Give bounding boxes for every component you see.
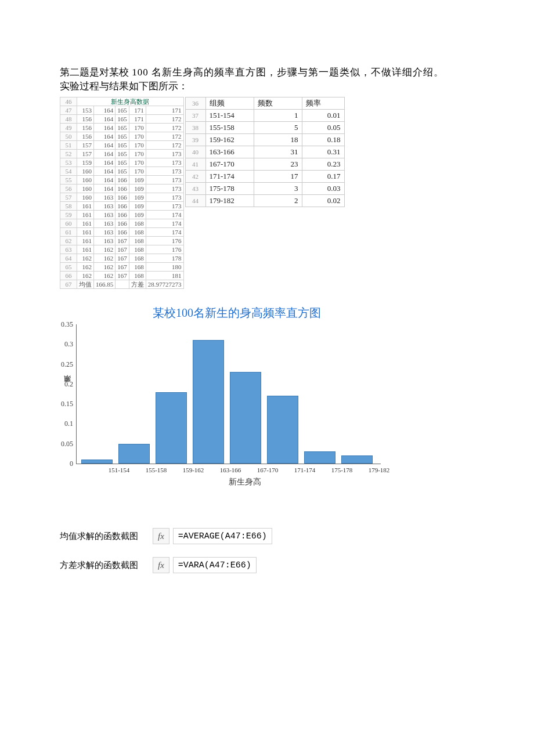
mean-value-cell: 166.85 (94, 280, 116, 289)
data-cell: 161 (77, 202, 94, 211)
rownum: 42 (185, 171, 205, 183)
freq-cell: 频率 (302, 97, 344, 110)
count-cell: 频数 (254, 97, 302, 110)
data-cell: 164 (94, 115, 116, 124)
freq-cell: 0.01 (302, 110, 344, 122)
count-cell: 31 (254, 146, 302, 158)
data-cell: 167 (116, 245, 129, 254)
intro-line2: 实验过程与结果如下图所示： (60, 81, 188, 92)
data-cell: 165 (116, 132, 129, 141)
count-cell: 18 (254, 134, 302, 146)
data-cell: 173 (146, 185, 183, 193)
data-cell: 166 (116, 176, 129, 185)
x-category: 171-174 (286, 464, 323, 473)
freq-cell: 0.23 (302, 158, 344, 171)
bar (118, 444, 150, 464)
data-cell: 163 (94, 219, 116, 228)
data-cell: 169 (129, 202, 146, 211)
data-cell: 171 (129, 115, 146, 124)
rownum: 59 (60, 211, 77, 219)
data-cell: 163 (94, 211, 116, 219)
data-cell: 173 (146, 193, 183, 202)
bin-cell: 组频 (205, 97, 254, 110)
sheets-row: 46新生身高数据47153164165171171481561641651711… (60, 97, 534, 289)
sheet1-header: 新生身高数据 (77, 97, 184, 106)
data-cell: 164 (94, 141, 116, 150)
freq-cell: 0.18 (302, 134, 344, 146)
rownum: 40 (185, 146, 205, 158)
x-category: 175-178 (323, 464, 360, 473)
x-category: 151-154 (100, 464, 138, 473)
data-cell: 156 (77, 132, 94, 141)
rownum: 49 (60, 124, 77, 132)
rownum: 48 (60, 115, 77, 124)
var-label-cell: 方差 (129, 280, 146, 289)
raw-data-table: 46新生身高数据47153164165171171481561641651711… (60, 97, 184, 289)
data-cell: 170 (129, 158, 146, 167)
data-cell: 164 (94, 132, 116, 141)
mean-formula-value: =AVERAGE(A47:E66) (173, 528, 272, 544)
chart-plot-area: 00.050.10.150.20.250.30.35 (76, 324, 381, 464)
count-cell: 5 (254, 122, 302, 134)
data-cell: 162 (77, 254, 94, 263)
data-cell: 173 (146, 176, 183, 185)
fx-icon: fx (153, 557, 169, 573)
bin-cell: 179-182 (205, 195, 254, 207)
rownum: 63 (60, 245, 77, 254)
bar (267, 396, 298, 464)
data-cell: 166 (116, 228, 129, 237)
data-cell: 157 (77, 141, 94, 150)
data-cell: 173 (146, 167, 183, 176)
data-cell: 163 (94, 237, 116, 245)
data-cell: 164 (94, 124, 116, 132)
count-cell: 3 (254, 183, 302, 195)
rownum: 39 (185, 134, 205, 146)
rownum: 62 (60, 237, 77, 245)
data-cell: 170 (129, 150, 146, 158)
rownum: 54 (60, 167, 77, 176)
rownum: 37 (185, 110, 205, 122)
x-category: 167-170 (249, 464, 286, 473)
var-formula-label: 方差求解的函数截图 (60, 560, 153, 571)
data-cell: 169 (129, 176, 146, 185)
intro-paragraph: 第二题是对某校 100 名新生身高的频率直方图，步骤与第一题类似，不做详细介绍。… (60, 66, 499, 93)
data-cell: 161 (77, 228, 94, 237)
data-cell: 161 (77, 211, 94, 219)
data-cell: 173 (146, 150, 183, 158)
freq-cell: 0.17 (302, 171, 344, 183)
bin-cell: 167-170 (205, 158, 254, 171)
freq-cell: 0.02 (302, 195, 344, 207)
data-cell: 174 (146, 219, 183, 228)
data-cell: 168 (129, 237, 146, 245)
data-cell: 170 (129, 124, 146, 132)
rownum: 50 (60, 132, 77, 141)
data-cell: 173 (146, 202, 183, 211)
formula-section: 均值求解的函数截图 fx =AVERAGE(A47:E66) 方差求解的函数截图… (60, 528, 534, 573)
data-cell: 164 (94, 185, 116, 193)
data-cell: 176 (146, 245, 183, 254)
data-cell: 157 (77, 150, 94, 158)
mean-formula-row: 均值求解的函数截图 fx =AVERAGE(A47:E66) (60, 528, 534, 544)
fx-icon: fx (153, 528, 169, 544)
y-tick: 0.15 (49, 400, 73, 408)
intro-line1b: 100 名新生身高的频率直方图，步骤与第一题类似，不做详细介绍。 (129, 67, 444, 78)
data-cell: 176 (146, 237, 183, 245)
var-formula-row: 方差求解的函数截图 fx =VARA(A47:E66) (60, 557, 534, 573)
data-cell: 167 (116, 254, 129, 263)
data-cell: 178 (146, 254, 183, 263)
y-tick: 0.2 (49, 379, 73, 388)
data-cell: 160 (77, 176, 94, 185)
count-cell: 17 (254, 171, 302, 183)
data-cell: 172 (146, 132, 183, 141)
mean-label-cell: 均值 (77, 280, 94, 289)
rownum: 58 (60, 202, 77, 211)
data-cell: 170 (129, 141, 146, 150)
rownum: 56 (60, 185, 77, 193)
data-cell: 163 (94, 193, 116, 202)
bar (81, 460, 113, 464)
rownum: 36 (185, 97, 205, 110)
bin-cell: 171-174 (205, 171, 254, 183)
freq-cell: 0.05 (302, 122, 344, 134)
rownum: 41 (185, 158, 205, 171)
data-cell: 165 (116, 158, 129, 167)
